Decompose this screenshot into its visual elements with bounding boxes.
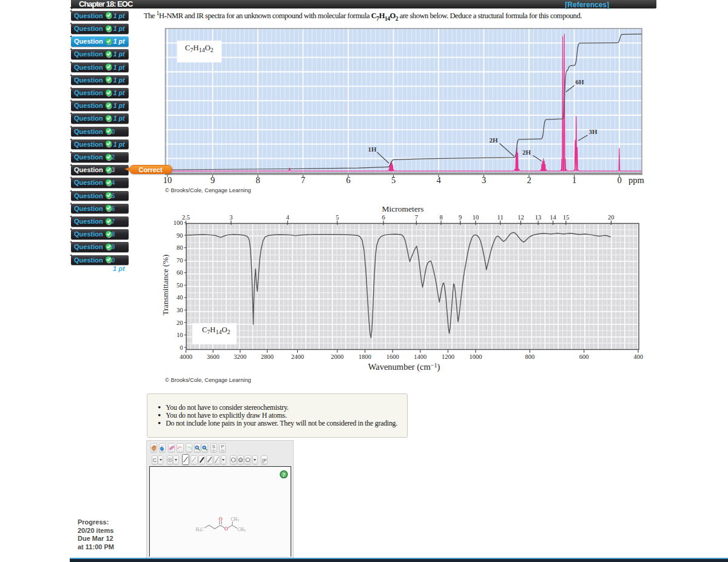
- svg-text:CH3: CH3: [231, 517, 239, 523]
- svg-text:Micrometers: Micrometers: [382, 204, 424, 213]
- svg-text:2.5: 2.5: [182, 214, 190, 221]
- svg-text:10: 10: [177, 332, 183, 338]
- svg-text:1H: 1H: [368, 146, 377, 153]
- svg-text:10: 10: [163, 175, 172, 185]
- svg-text:15: 15: [563, 214, 570, 221]
- svg-text:© Brooks/Cole, Cengage Learnin: © Brooks/Cole, Cengage Learning: [165, 377, 251, 383]
- svg-text:Wavenumber (cm−1): Wavenumber (cm−1): [368, 362, 440, 372]
- svg-text:1600: 1600: [386, 353, 399, 360]
- svg-text:4000: 4000: [180, 353, 192, 360]
- svg-text:4: 4: [436, 175, 441, 185]
- svg-text:6: 6: [382, 214, 385, 221]
- svg-text:1800: 1800: [359, 353, 371, 360]
- svg-text:1400: 1400: [414, 353, 426, 360]
- svg-text:3H: 3H: [589, 128, 598, 135]
- svg-text:800: 800: [525, 353, 534, 360]
- svg-text:5: 5: [391, 175, 396, 185]
- svg-text:70: 70: [177, 257, 183, 264]
- svg-text:9: 9: [459, 214, 462, 221]
- svg-text:1200: 1200: [442, 353, 454, 360]
- svg-text:13: 13: [535, 214, 542, 221]
- svg-text:50: 50: [177, 282, 183, 289]
- svg-text:O: O: [224, 526, 228, 532]
- svg-text:0: 0: [617, 175, 621, 185]
- svg-text:8: 8: [439, 214, 442, 221]
- svg-text:2400: 2400: [291, 353, 304, 360]
- svg-text:100: 100: [174, 219, 183, 226]
- svg-text:40: 40: [177, 294, 183, 301]
- svg-text:CH3: CH3: [237, 527, 245, 533]
- svg-text:20: 20: [608, 214, 615, 221]
- svg-text:600: 600: [579, 353, 589, 360]
- svg-text:6: 6: [346, 175, 350, 185]
- svg-text:O: O: [219, 517, 223, 522]
- svg-text:5: 5: [335, 214, 339, 221]
- svg-text:2000: 2000: [331, 353, 344, 360]
- svg-text:H3C: H3C: [196, 527, 204, 533]
- svg-text:1000: 1000: [470, 353, 482, 360]
- svg-text:2H: 2H: [522, 149, 531, 156]
- svg-text:30: 30: [177, 307, 183, 313]
- svg-text:1: 1: [572, 175, 576, 185]
- svg-text:3: 3: [229, 214, 232, 221]
- svg-text:12: 12: [517, 214, 524, 221]
- svg-text:ppm: ppm: [629, 175, 645, 185]
- svg-text:4: 4: [286, 214, 289, 221]
- svg-text:3200: 3200: [234, 353, 246, 360]
- svg-text:400: 400: [633, 353, 643, 360]
- svg-text:2: 2: [527, 175, 531, 185]
- svg-text:© Brooks/Cole, Cengage Learnin: © Brooks/Cole, Cengage Learning: [165, 187, 251, 193]
- svg-text:6H: 6H: [576, 78, 585, 85]
- svg-text:7: 7: [301, 175, 305, 185]
- svg-text:2H: 2H: [490, 136, 499, 144]
- svg-text:2800: 2800: [261, 353, 274, 360]
- svg-text:Transmittance (%): Transmittance (%): [161, 255, 170, 315]
- svg-text:?: ?: [283, 472, 286, 478]
- svg-text:8: 8: [255, 175, 260, 185]
- svg-text:80: 80: [177, 244, 183, 251]
- svg-text:11: 11: [497, 214, 504, 221]
- svg-text:10: 10: [473, 214, 479, 221]
- svg-text:0: 0: [180, 344, 183, 351]
- svg-text:3600: 3600: [207, 353, 220, 360]
- svg-text:9: 9: [211, 175, 215, 185]
- svg-text:90: 90: [177, 232, 183, 239]
- svg-text:20: 20: [177, 319, 183, 326]
- svg-text:60: 60: [177, 269, 183, 276]
- svg-text:3: 3: [482, 175, 486, 185]
- svg-text:7: 7: [415, 214, 418, 221]
- svg-text:14: 14: [550, 214, 556, 221]
